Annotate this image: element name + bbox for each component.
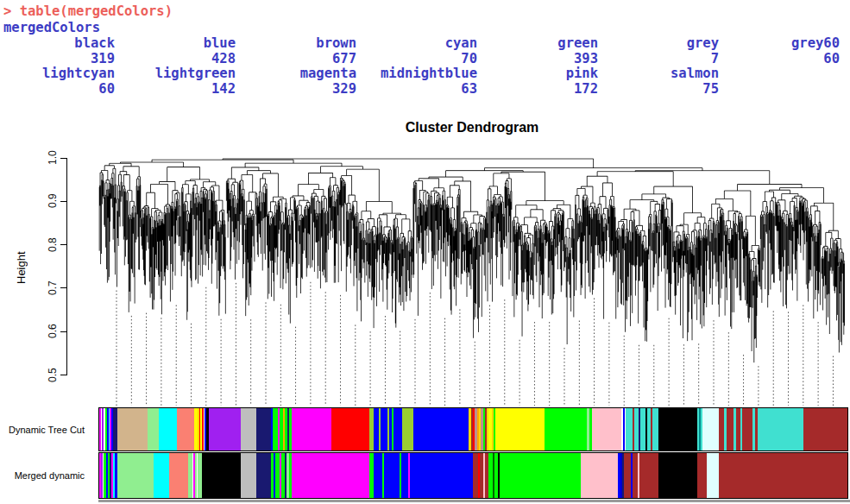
- bar-segment: [177, 408, 194, 450]
- console-cell: 142: [115, 82, 236, 98]
- y-axis-tick: [60, 331, 66, 332]
- bar-segment: [292, 408, 331, 450]
- console-cell: 677: [236, 52, 356, 67]
- console-cell: 60: [0, 82, 115, 98]
- bar-segment: [592, 408, 621, 450]
- console-cell: lightgreen: [115, 66, 236, 82]
- console-cell: brown: [236, 36, 356, 52]
- y-axis-tick: [60, 287, 66, 288]
- console-table: blackbluebrowncyangreengreygrey603194286…: [0, 36, 840, 97]
- y-axis-tick: [60, 375, 66, 375]
- bar-segment: [117, 453, 154, 498]
- y-axis-tick-label: 0.9: [46, 186, 60, 216]
- y-axis-tick: [60, 158, 66, 159]
- console-cell: salmon: [598, 66, 719, 82]
- y-axis-tick-label: 0.6: [46, 317, 60, 346]
- y-axis-tick-label: 0.5: [46, 361, 60, 390]
- console-cell: 63: [356, 82, 477, 98]
- bar-segment: [202, 453, 241, 498]
- bar-segment: [652, 408, 658, 450]
- y-axis-line: [66, 158, 67, 375]
- bar-segment: [169, 453, 188, 498]
- r-session-screenshot: > table(mergedColors) mergedColors black…: [0, 0, 850, 504]
- console-cell: midnightblue: [356, 66, 477, 82]
- bar-segment: [241, 408, 256, 450]
- bar-segment: [256, 408, 271, 450]
- bar-segment: [642, 453, 658, 498]
- y-axis-tick: [60, 201, 66, 202]
- bar-segment: [401, 453, 408, 498]
- bar-segment: [428, 453, 473, 498]
- bar-segment: [410, 453, 428, 498]
- console-cell: 60: [719, 52, 840, 67]
- bar-segment: [658, 453, 697, 498]
- console-cell: 428: [115, 52, 236, 67]
- bar-segment: [402, 408, 413, 450]
- color-bar-dynamic-tree-cut: [98, 407, 848, 451]
- console-cell: 319: [0, 52, 115, 67]
- console-cell: [719, 82, 840, 98]
- y-axis-tick-label: 0.7: [46, 274, 60, 303]
- bar-segment: [498, 408, 545, 450]
- bar-segment: [624, 453, 631, 498]
- bar-segment: [727, 408, 734, 450]
- bar-segment: [742, 408, 752, 450]
- console-cell: [719, 66, 840, 82]
- bar-segment: [545, 408, 584, 450]
- bar-segment: [626, 408, 633, 450]
- bar-segment: [148, 408, 159, 450]
- console-cell: 70: [356, 52, 477, 67]
- color-bar-merged-dynamic: [98, 452, 848, 499]
- bar-segment: [581, 453, 618, 498]
- console-cell: lightcyan: [0, 66, 115, 82]
- console-cell: cyan: [356, 36, 477, 52]
- y-axis-tick-label: 0.8: [46, 230, 60, 260]
- bar-segment: [719, 453, 847, 498]
- bar-segment: [256, 453, 271, 498]
- bar-segment: [702, 408, 719, 450]
- console-cell: 172: [477, 82, 598, 98]
- console-varname: mergedColors: [3, 21, 100, 36]
- console-command: > table(mergedColors): [3, 4, 173, 20]
- console-cell: green: [477, 36, 598, 52]
- console-cell: black: [0, 36, 115, 52]
- bar-segment: [159, 408, 177, 450]
- plot-title: Cluster Dendrogram: [127, 120, 817, 135]
- console-cell: blue: [115, 36, 236, 52]
- dendrogram-canvas: [82, 151, 850, 407]
- bar-segment: [413, 408, 469, 450]
- bar-segment: [758, 408, 803, 450]
- console-cell: 329: [236, 82, 356, 98]
- y-axis-tick: [60, 244, 66, 245]
- bottom-grey-line: [98, 500, 850, 502]
- bar-segment: [331, 408, 369, 450]
- console-cell: 7: [598, 52, 719, 67]
- bar-segment: [394, 408, 402, 450]
- bar-segment: [209, 408, 241, 450]
- bar-label: Merged dynamic: [0, 470, 85, 481]
- bar-segment: [803, 408, 847, 450]
- bar-segment: [384, 453, 400, 498]
- y-axis-tick-label: 1.0: [46, 143, 60, 173]
- bar-segment: [241, 453, 256, 498]
- bar-segment: [381, 408, 387, 450]
- bar-segment: [707, 453, 719, 498]
- bar-segment: [117, 408, 148, 450]
- console-cell: 393: [477, 52, 598, 67]
- bar-segment: [658, 408, 697, 450]
- bar-segment: [154, 453, 169, 498]
- console-cell: grey60: [719, 36, 840, 52]
- bar-label: Dynamic Tree Cut: [0, 425, 85, 435]
- console-cell: pink: [477, 66, 598, 82]
- bar-segment: [374, 453, 382, 498]
- bar-segment: [292, 453, 369, 498]
- y-axis-label: Height: [15, 243, 28, 292]
- bar-segment: [697, 453, 707, 498]
- bar-segment: [503, 453, 581, 498]
- console-cell: magenta: [236, 66, 356, 82]
- console-cell: grey: [598, 36, 719, 52]
- console-cell: 75: [598, 82, 719, 98]
